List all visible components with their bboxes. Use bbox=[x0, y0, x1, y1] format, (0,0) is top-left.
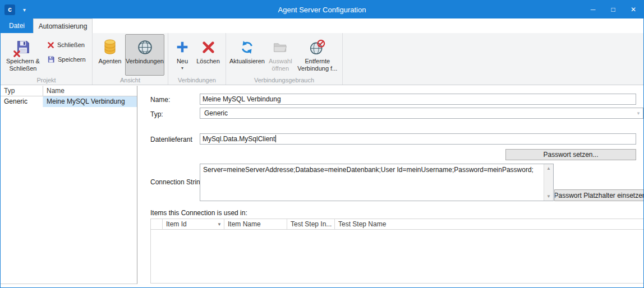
delete-x-icon bbox=[201, 38, 215, 57]
group-label-verbindungsgebrauch: Verbindungsgebrauch bbox=[226, 76, 342, 85]
group-label-verbindungen: Verbindungen bbox=[168, 76, 226, 85]
typ-combobox[interactable]: Generic ▾ bbox=[200, 108, 643, 119]
name-label: Name: bbox=[150, 96, 170, 104]
new-connection-button[interactable]: Neu ▾ bbox=[171, 34, 194, 76]
column-header-item-id[interactable]: Item Id ▼ bbox=[163, 219, 224, 229]
refresh-button[interactable]: Aktualisieren bbox=[228, 34, 266, 76]
open-selection-button: Auswahl öffnen bbox=[266, 34, 295, 76]
close-label: Schließen bbox=[57, 41, 85, 48]
app-icon[interactable]: c bbox=[4, 4, 15, 15]
ribbon-group-ansicht: Agenten Verbindungen Ansich bbox=[93, 33, 168, 85]
open-selection-label: Auswahl öffnen bbox=[266, 58, 295, 72]
save-icon bbox=[47, 55, 55, 63]
connection-row-name: Meine MySQL Verbindung bbox=[43, 96, 137, 107]
globe-slash-icon bbox=[309, 38, 325, 57]
items-table: Item Id ▼ Item Name Test Step In... Test… bbox=[150, 219, 644, 284]
save-button[interactable]: Speichern bbox=[45, 53, 90, 66]
refresh-icon bbox=[240, 38, 255, 57]
text-caret bbox=[275, 135, 276, 142]
connection-list-header: Typ Name bbox=[1, 86, 137, 96]
items-used-in-label: Items this Connection is used in: bbox=[150, 209, 247, 217]
ribbon: Speichern & Schließen Schließen bbox=[1, 33, 643, 85]
folder-icon bbox=[273, 38, 288, 57]
window-controls: ─ □ ✕ bbox=[583, 1, 643, 18]
database-icon bbox=[103, 38, 117, 57]
set-password-button[interactable]: Passwort setzen... bbox=[505, 149, 636, 160]
typ-label: Typ: bbox=[150, 110, 163, 118]
filter-dropdown-icon[interactable]: ▼ bbox=[217, 222, 222, 227]
group-label-projekt: Projekt bbox=[1, 76, 92, 85]
red-x-overlay-icon bbox=[13, 50, 21, 58]
textarea-scrollbar[interactable]: ▲ ▼ bbox=[544, 164, 553, 201]
remove-remote-label: Entfernte Verbindung f... bbox=[296, 58, 339, 72]
close-project-button[interactable]: Schließen bbox=[45, 39, 90, 51]
provider-label: Datenlieferant bbox=[150, 136, 192, 143]
combo-chevron-icon[interactable]: ▾ bbox=[634, 110, 643, 116]
item-id-label: Item Id bbox=[166, 220, 187, 228]
agent-server-configuration-window: c ▾ Agent Server Configuration ─ □ ✕ Dat… bbox=[0, 0, 644, 288]
provider-input-value: MySql.Data.MySqlClient bbox=[203, 135, 275, 143]
ribbon-empty-space bbox=[343, 33, 643, 85]
connection-string-textarea[interactable]: Server=meineServerAddresse;Database=mein… bbox=[200, 164, 554, 201]
scroll-up-icon[interactable]: ▲ bbox=[546, 164, 551, 173]
connection-row-typ: Generic bbox=[1, 96, 43, 107]
ribbon-tabstrip: Datei Automatisierung bbox=[1, 18, 643, 33]
name-input-value: Meine MySQL Verbindung bbox=[203, 95, 281, 103]
connections-view-label: Verbindungen bbox=[126, 58, 164, 65]
agents-button[interactable]: Agenten bbox=[95, 34, 125, 76]
remove-remote-connection-button[interactable]: Entfernte Verbindung f... bbox=[295, 34, 340, 76]
globe-icon bbox=[137, 38, 153, 57]
window-title: Agent Server Configuration bbox=[1, 6, 643, 14]
connection-string-label: Connection String bbox=[150, 178, 204, 186]
group-label-ansicht: Ansicht bbox=[93, 76, 168, 85]
connection-list-panel: Typ Name Generic Meine MySQL Verbindung bbox=[1, 86, 137, 284]
connection-row[interactable]: Generic Meine MySQL Verbindung bbox=[1, 96, 137, 107]
agents-label: Agenten bbox=[99, 58, 122, 65]
items-table-body bbox=[151, 230, 643, 284]
delete-label: Löschen bbox=[196, 58, 220, 65]
connections-view-button[interactable]: Verbindungen bbox=[125, 34, 164, 76]
typ-combobox-value: Generic bbox=[200, 109, 634, 117]
row-indicator-column bbox=[151, 219, 163, 229]
save-and-close-icon bbox=[15, 38, 31, 57]
column-header-name[interactable]: Name bbox=[43, 86, 137, 96]
tab-datei[interactable]: Datei bbox=[1, 18, 33, 33]
plus-icon bbox=[175, 38, 190, 57]
quick-access-chevron-icon[interactable]: ▾ bbox=[23, 7, 26, 13]
column-header-typ[interactable]: Typ bbox=[1, 86, 43, 96]
refresh-label: Aktualisieren bbox=[229, 58, 265, 65]
column-header-test-step-name[interactable]: Test Step Name bbox=[335, 219, 643, 229]
connection-string-value: Server=meineServerAddresse;Database=mein… bbox=[200, 164, 553, 176]
column-header-item-name[interactable]: Item Name bbox=[224, 219, 287, 229]
close-icon bbox=[47, 41, 54, 49]
titlebar: c ▾ Agent Server Configuration ─ □ ✕ bbox=[1, 1, 643, 18]
maximize-button[interactable]: □ bbox=[603, 1, 623, 18]
scroll-down-icon[interactable]: ▼ bbox=[546, 192, 551, 201]
save-and-close-label: Speichern & Schließen bbox=[3, 58, 43, 72]
column-header-test-step-in[interactable]: Test Step In... bbox=[287, 219, 335, 229]
name-input[interactable]: Meine MySQL Verbindung bbox=[200, 94, 636, 105]
delete-connection-button[interactable]: Löschen bbox=[194, 34, 222, 76]
new-dropdown-icon[interactable]: ▾ bbox=[181, 66, 183, 71]
close-window-button[interactable]: ✕ bbox=[623, 1, 643, 18]
items-table-header: Item Id ▼ Item Name Test Step In... Test… bbox=[151, 219, 643, 230]
save-and-close-button[interactable]: Speichern & Schließen bbox=[3, 34, 43, 76]
ribbon-group-verbindungen: Neu ▾ Löschen Verbindungen bbox=[168, 33, 226, 85]
save-label: Speichern bbox=[58, 56, 86, 63]
minimize-button[interactable]: ─ bbox=[583, 1, 603, 18]
ribbon-group-projekt: Speichern & Schließen Schließen bbox=[1, 33, 93, 85]
ribbon-group-verbindungsgebrauch: Aktualisieren Auswahl öffnen bbox=[226, 33, 343, 85]
insert-password-placeholder-button[interactable]: Passwort Platzhalter einsetzen bbox=[554, 189, 644, 201]
new-label: Neu bbox=[177, 58, 188, 65]
tab-automatisierung[interactable]: Automatisierung bbox=[33, 18, 93, 33]
provider-input[interactable]: MySql.Data.MySqlClient bbox=[200, 133, 636, 145]
